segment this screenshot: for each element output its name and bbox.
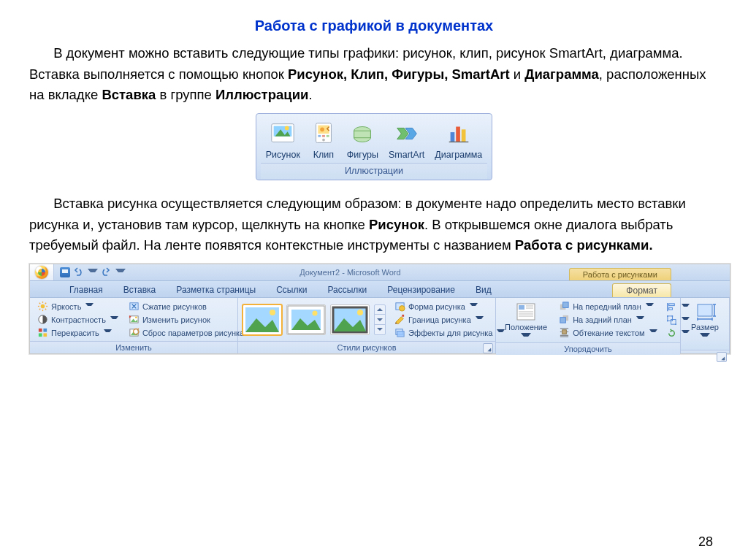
change-picture-button[interactable]: Изменить рисунок (126, 313, 247, 326)
tab-references[interactable]: Ссылки (266, 283, 317, 297)
window-title: Документ2 - Microsoft Word (131, 268, 569, 277)
recolor-button[interactable]: Перекрасить (34, 326, 121, 339)
qat-redo-button[interactable] (101, 267, 111, 277)
tab-format[interactable]: Формат (612, 283, 671, 297)
picture-effects-button[interactable]: Эффекты для рисунка (392, 326, 508, 339)
qat-save-button[interactable] (60, 267, 70, 277)
illustrations-caption: Иллюстрации (261, 163, 488, 179)
insert-shapes-button[interactable]: Фигуры (342, 118, 383, 160)
tab-page-layout[interactable]: Разметка страницы (166, 283, 266, 297)
svg-point-37 (135, 316, 137, 318)
change-picture-label: Изменить рисунок (142, 315, 210, 324)
picture-border-button[interactable]: Граница рисунка (392, 313, 508, 326)
group-picture-styles: Форма рисунка Граница рисунка Эффекты дл… (238, 298, 496, 353)
size-dialog-launcher[interactable] (717, 352, 727, 362)
svg-rect-32 (39, 333, 42, 337)
compress-pictures-button[interactable]: Сжатие рисунков (126, 300, 247, 312)
size-button[interactable]: Размер (687, 300, 723, 342)
send-back-button[interactable]: На задний план (556, 313, 660, 326)
picture-shape-label: Форма рисунка (408, 302, 465, 311)
picture-effects-label: Эффекты для рисунка (408, 329, 492, 337)
paragraph-2: Вставка рисунка осуществляется следующим… (29, 193, 719, 256)
brightness-icon (37, 301, 48, 312)
svg-rect-13 (354, 131, 371, 138)
reset-icon (129, 327, 140, 338)
group-size: Размер (681, 298, 730, 353)
send-back-icon (559, 314, 570, 325)
recolor-label: Перекрасить (51, 329, 99, 337)
bring-front-button[interactable]: На передний план (556, 300, 660, 312)
title-bar: Документ2 - Microsoft Word Работа с рису… (30, 264, 730, 281)
styles-dialog-launcher[interactable] (483, 343, 493, 353)
svg-rect-8 (322, 135, 325, 137)
insert-chart-button[interactable]: Диаграмма (430, 118, 487, 160)
insert-clip-button[interactable]: Клип (305, 118, 342, 160)
reset-picture-button[interactable]: Сброс параметров рисунка (126, 326, 247, 339)
chart-icon (444, 119, 473, 148)
insert-picture-button[interactable]: Рисунок (261, 118, 305, 160)
svg-line-25 (39, 303, 40, 304)
position-label: Положение (505, 323, 547, 331)
group-arrange: Положение На передний план На задний пла… (496, 298, 681, 353)
svg-point-77 (667, 315, 668, 317)
bring-front-label: На передний план (573, 302, 641, 311)
style-thumb-3[interactable] (330, 304, 370, 335)
reset-label: Сброс параметров рисунка (142, 329, 244, 337)
picture-border-icon (394, 314, 405, 325)
svg-rect-81 (698, 304, 712, 316)
style-thumb-1[interactable] (243, 304, 282, 335)
svg-point-42 (270, 310, 275, 315)
svg-rect-63 (563, 302, 569, 308)
office-button[interactable] (30, 264, 54, 280)
group-icon (666, 315, 677, 326)
svg-rect-30 (39, 329, 42, 332)
styles-gallery (243, 300, 387, 339)
svg-rect-73 (668, 304, 674, 306)
tab-mailings[interactable]: Рассылки (317, 283, 377, 297)
qat-undo-button[interactable] (73, 267, 83, 277)
svg-rect-16 (450, 132, 454, 142)
svg-rect-75 (668, 316, 673, 321)
insert-smartart-button[interactable]: SmartArt (383, 118, 430, 160)
group-change-caption: Изменить (30, 341, 237, 353)
picture-icon (268, 119, 297, 148)
tabs-bar: Главная Вставка Разметка страницы Ссылки… (30, 281, 730, 298)
svg-point-51 (400, 306, 405, 312)
style-thumb-2[interactable] (286, 304, 326, 335)
brightness-button[interactable]: Яркость (34, 300, 121, 312)
contextual-tab-title: Работа с рисунками (569, 268, 671, 280)
svg-point-49 (357, 310, 363, 315)
brightness-label: Яркость (51, 302, 81, 311)
group-size-caption (681, 350, 729, 353)
text-wrap-icon (559, 327, 570, 338)
svg-line-28 (39, 309, 40, 310)
paragraph-1: В документ можно вставить следующие типы… (29, 43, 719, 106)
svg-rect-33 (43, 333, 47, 337)
size-label: Размер (691, 323, 719, 331)
contrast-label: Контрастность (51, 315, 106, 324)
size-icon (694, 302, 716, 322)
svg-rect-52 (402, 315, 404, 317)
tab-view[interactable]: Вид (465, 283, 502, 297)
text-wrap-button[interactable]: Обтекание текстом (556, 326, 660, 339)
contrast-button[interactable]: Контрастность (34, 313, 121, 326)
qat-undo-dropdown[interactable] (88, 269, 98, 277)
tab-review[interactable]: Рецензирование (377, 283, 465, 297)
compress-icon (129, 301, 140, 312)
text-wrap-label: Обтекание текстом (573, 329, 645, 337)
svg-rect-7 (318, 135, 321, 137)
position-button[interactable]: Положение (500, 300, 552, 342)
change-picture-icon (129, 314, 140, 325)
gallery-spinner[interactable] (374, 304, 386, 335)
svg-rect-74 (668, 307, 672, 310)
svg-point-80 (675, 323, 676, 325)
page-title: Работа с графикой в документах (29, 18, 719, 34)
svg-point-10 (322, 139, 325, 142)
tab-home[interactable]: Главная (59, 283, 113, 297)
tab-insert[interactable]: Вставка (113, 283, 167, 297)
qat-customize-dropdown[interactable] (115, 269, 126, 277)
ribbon-body: Яркость Контрастность Перекрасить Сжатие (30, 298, 730, 353)
picture-shape-icon (394, 301, 405, 312)
picture-shape-button[interactable]: Форма рисунка (392, 300, 508, 312)
svg-line-26 (45, 309, 46, 310)
